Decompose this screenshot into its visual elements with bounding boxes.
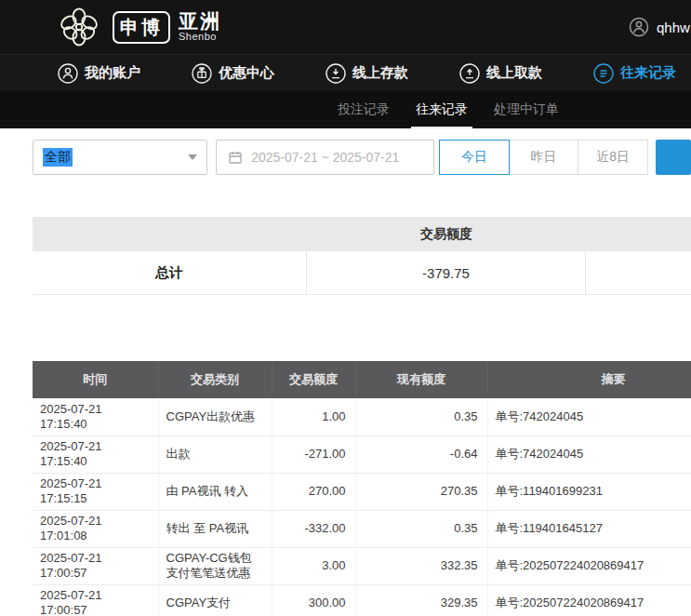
type-select[interactable]: 全部 xyxy=(33,140,207,175)
nav-item-my-account[interactable]: 我的账户 xyxy=(58,63,140,84)
col-header-balance: 现有额度 xyxy=(355,361,487,398)
col-header-time: 时间 xyxy=(33,361,158,398)
nav-item-promotions[interactable]: 优惠中心 xyxy=(192,63,274,84)
cell-note: 单号:119401645127 xyxy=(487,510,691,547)
table-row: 2025-07-21 17:15:15 由 PA视讯 转入 270.00 270… xyxy=(33,473,691,510)
user-icon xyxy=(58,63,78,84)
table-row: 2025-07-21 17:00:57 CGPAY-CG钱包支付笔笔送优惠 3.… xyxy=(33,547,691,584)
cell-balance: 329.35 xyxy=(355,584,487,616)
nav-item-label: 线上取款 xyxy=(486,64,542,82)
tab-betting-records[interactable]: 投注记录 xyxy=(333,91,394,128)
nav-item-label: 线上存款 xyxy=(352,64,408,82)
cell-amount: 1.00 xyxy=(272,398,355,435)
gift-icon xyxy=(192,63,212,84)
cell-type: 由 PA视讯 转入 xyxy=(158,473,272,510)
brand-region-text: 亚洲 xyxy=(179,11,221,32)
brand-subtitle: Shenbo xyxy=(179,32,221,43)
cell-amount: -332.00 xyxy=(272,510,355,547)
summary-table: 交易额度 总计 -379.75 xyxy=(33,217,691,295)
cell-note: 单号:119401699231 xyxy=(487,473,691,510)
summary-empty-cell xyxy=(586,251,691,295)
summary-header-amount: 交易额度 xyxy=(307,226,586,243)
date-range-value: 2025-07-21 ~ 2025-07-21 xyxy=(251,150,399,165)
nav-item-deposit[interactable]: 线上存款 xyxy=(326,63,408,84)
filter-bar: 全部 2025-07-21 ~ 2025-07-21 今日 昨日 近8日 xyxy=(33,140,691,175)
cell-note: 单号:742024045 xyxy=(487,398,691,435)
cell-balance: 332.35 xyxy=(355,547,487,584)
cell-time: 2025-07-21 17:00:57 xyxy=(33,584,158,616)
account-menu[interactable]: qhhw xyxy=(629,0,690,54)
search-button[interactable] xyxy=(656,140,691,175)
last-8-days-button[interactable]: 近8日 xyxy=(578,140,648,175)
cell-time: 2025-07-21 17:01:08 xyxy=(33,510,158,547)
col-header-amount: 交易额度 xyxy=(272,361,355,398)
chevron-down-icon xyxy=(188,154,197,160)
cell-amount: 270.00 xyxy=(272,473,355,510)
col-header-type: 交易类别 xyxy=(158,361,272,398)
table-row: 2025-07-21 17:00:57 CGPAY支付 300.00 329.3… xyxy=(33,584,691,616)
cell-note: 单号:202507224020869417 xyxy=(487,547,691,584)
table-row: 2025-07-21 17:15:40 出款 -271.00 -0.64 单号:… xyxy=(33,435,691,473)
cell-type: 转出 至 PA视讯 xyxy=(158,510,272,547)
cell-time: 2025-07-21 17:15:40 xyxy=(33,398,158,435)
username-text[interactable]: qhhw xyxy=(657,20,690,35)
user-avatar-icon[interactable] xyxy=(629,17,649,37)
table-row: 2025-07-21 17:01:08 转出 至 PA视讯 -332.00 0.… xyxy=(33,510,691,547)
cell-balance: 0.35 xyxy=(355,510,487,547)
nav-item-withdraw[interactable]: 线上取款 xyxy=(459,63,542,84)
main-nav: 我的账户 优惠中心 线上存款 线上取款 xyxy=(0,54,691,91)
sub-nav: 投注记录 往来记录 处理中订单 xyxy=(0,91,691,128)
brand-logo: 申博 亚洲 Shenbo xyxy=(54,7,221,47)
tab-transaction-records[interactable]: 往来记录 xyxy=(411,91,472,128)
cell-note: 单号:202507224020869417 xyxy=(487,584,691,616)
withdraw-icon xyxy=(459,63,480,84)
calendar-icon xyxy=(228,150,243,165)
nav-item-label: 往来记录 xyxy=(620,64,676,82)
col-header-note: 摘要 xyxy=(487,361,691,398)
flower-logo-icon xyxy=(54,7,104,47)
nav-item-records[interactable]: 往来记录 xyxy=(593,63,676,84)
nav-item-label: 优惠中心 xyxy=(219,64,274,82)
summary-header-row: 交易额度 xyxy=(33,217,691,251)
summary-total-label: 总计 xyxy=(33,251,307,295)
cell-amount: 3.00 xyxy=(272,547,355,584)
yesterday-button[interactable]: 昨日 xyxy=(509,140,579,175)
brand-boxed-text: 申博 xyxy=(113,11,170,44)
cell-type: CGPAY支付 xyxy=(158,584,272,616)
summary-total-value: -379.75 xyxy=(307,251,586,295)
cell-balance: -0.64 xyxy=(355,435,487,473)
nav-item-label: 我的账户 xyxy=(85,64,140,82)
summary-total-row: 总计 -379.75 xyxy=(33,251,691,295)
today-button[interactable]: 今日 xyxy=(439,140,510,175)
cell-amount: -271.00 xyxy=(272,435,355,473)
transactions-table: 时间 交易类别 交易额度 现有额度 摘要 2025-07-21 17:15:40… xyxy=(33,361,691,616)
cell-note: 单号:742024045 xyxy=(487,435,691,473)
date-range-input[interactable]: 2025-07-21 ~ 2025-07-21 xyxy=(216,140,434,175)
records-icon xyxy=(593,63,614,84)
cell-time: 2025-07-21 17:15:15 xyxy=(33,473,158,510)
cell-time: 2025-07-21 17:00:57 xyxy=(33,547,158,584)
cell-balance: 0.35 xyxy=(355,398,487,435)
cell-type: 出款 xyxy=(158,435,272,473)
deposit-icon xyxy=(326,63,346,84)
top-header: 申博 亚洲 Shenbo qhhw xyxy=(0,0,691,54)
table-header-row: 时间 交易类别 交易额度 现有额度 摘要 xyxy=(33,361,691,398)
tab-processing-orders[interactable]: 处理中订单 xyxy=(489,91,564,128)
type-select-value: 全部 xyxy=(43,148,73,167)
cell-time: 2025-07-21 17:15:40 xyxy=(33,435,158,473)
cell-balance: 270.35 xyxy=(355,473,487,510)
cell-type: CGPAY-CG钱包支付笔笔送优惠 xyxy=(158,547,272,584)
cell-type: CGPAY出款优惠 xyxy=(158,398,272,435)
table-row: 2025-07-21 17:15:40 CGPAY出款优惠 1.00 0.35 … xyxy=(33,398,691,435)
cell-amount: 300.00 xyxy=(272,584,355,616)
